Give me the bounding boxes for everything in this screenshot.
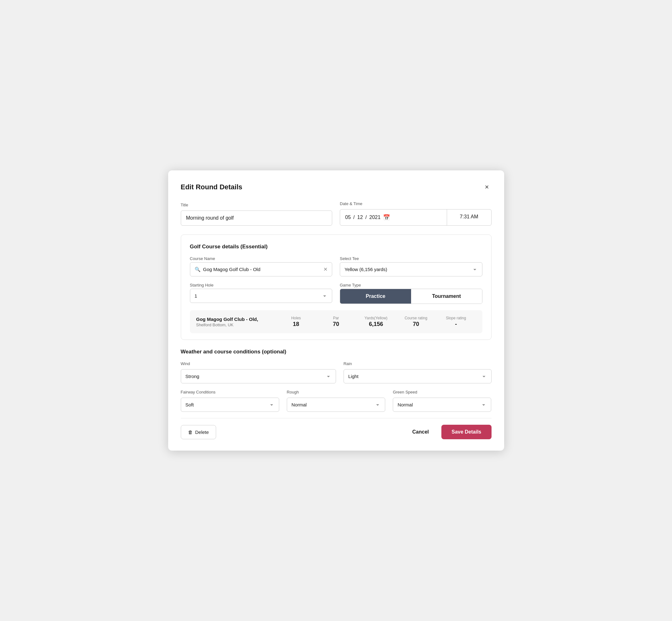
- course-stat-holes: Holes 18: [276, 316, 316, 328]
- par-value: 70: [333, 321, 339, 328]
- date-time-row: 05 / 12 / 2021 📅 7:31 AM: [340, 209, 492, 225]
- fairway-rough-green-row: Fairway Conditions Wet Soft Normal Firm …: [181, 390, 492, 412]
- course-stat-par: Par 70: [316, 316, 356, 328]
- course-name-input[interactable]: [203, 266, 321, 272]
- green-speed-label: Green Speed: [393, 390, 491, 395]
- date-time-field-group: Date & Time 05 / 12 / 2021 📅 7:31 AM: [340, 201, 492, 225]
- rough-col: Rough Short Normal Long: [287, 390, 385, 412]
- title-input[interactable]: [181, 210, 333, 225]
- search-icon: 🔍: [195, 266, 201, 272]
- slope-rating-label: Slope rating: [446, 316, 466, 320]
- modal-header: Edit Round Details ×: [181, 182, 492, 193]
- starting-hole-label: Starting Hole: [190, 283, 333, 287]
- fairway-label: Fairway Conditions: [181, 390, 279, 395]
- modal-title: Edit Round Details: [181, 183, 243, 191]
- course-rating-value: 70: [413, 321, 419, 328]
- rain-label: Rain: [344, 361, 492, 366]
- golf-course-title: Golf Course details (Essential): [190, 244, 482, 250]
- date-sep1: /: [353, 215, 354, 220]
- top-row: Title Date & Time 05 / 12 / 2021 📅 7:31 …: [181, 201, 492, 225]
- holes-value: 18: [293, 321, 299, 328]
- course-info-name-text: Gog Magog Golf Club - Old,: [196, 317, 276, 322]
- course-name-col: Course Name 🔍 ✕: [190, 256, 333, 277]
- date-time-label: Date & Time: [340, 201, 492, 206]
- delete-label: Delete: [195, 429, 209, 435]
- course-info-location: Shelford Bottom, UK: [196, 323, 276, 327]
- time-field[interactable]: 7:31 AM: [447, 210, 491, 225]
- practice-button[interactable]: Practice: [340, 289, 411, 303]
- starting-hole-dropdown[interactable]: 1 2 3: [190, 289, 333, 303]
- edit-round-modal: Edit Round Details × Title Date & Time 0…: [168, 170, 504, 451]
- rough-label: Rough: [287, 390, 385, 395]
- yards-label: Yards(Yellow): [365, 316, 387, 320]
- course-info-name: Gog Magog Golf Club - Old, Shelford Bott…: [196, 317, 276, 327]
- game-type-toggle: Practice Tournament: [340, 289, 482, 304]
- course-rating-label: Course rating: [405, 316, 427, 320]
- game-type-col: Game Type Practice Tournament: [340, 283, 482, 304]
- rough-dropdown[interactable]: Short Normal Long: [287, 398, 385, 412]
- select-tee-dropdown[interactable]: Yellow (6,156 yards) White (6,500 yards)…: [340, 262, 482, 277]
- save-button[interactable]: Save Details: [442, 425, 491, 439]
- course-name-input-wrapper[interactable]: 🔍 ✕: [190, 262, 333, 277]
- title-label: Title: [181, 203, 333, 207]
- game-type-label: Game Type: [340, 283, 482, 287]
- wind-rain-row: Wind Calm Light Moderate Strong Very Str…: [181, 361, 492, 383]
- fairway-dropdown[interactable]: Wet Soft Normal Firm Hard: [181, 398, 279, 412]
- select-tee-col: Select Tee Yellow (6,156 yards) White (6…: [340, 256, 482, 277]
- holes-label: Holes: [291, 316, 301, 320]
- wind-label: Wind: [181, 361, 336, 366]
- fairway-col: Fairway Conditions Wet Soft Normal Firm …: [181, 390, 279, 412]
- date-day: 12: [357, 215, 363, 220]
- course-stat-course-rating: Course rating 70: [396, 316, 436, 328]
- yards-value: 6,156: [369, 321, 383, 328]
- date-month: 05: [345, 215, 351, 220]
- delete-button[interactable]: 🗑 Delete: [181, 425, 216, 439]
- course-info-bar: Gog Magog Golf Club - Old, Shelford Bott…: [190, 310, 482, 333]
- green-speed-col: Green Speed Slow Normal Fast Very Fast: [393, 390, 491, 412]
- close-button[interactable]: ×: [482, 182, 492, 193]
- date-field[interactable]: 05 / 12 / 2021 📅: [340, 210, 447, 225]
- select-tee-label: Select Tee: [340, 256, 482, 261]
- golf-course-section: Golf Course details (Essential) Course N…: [181, 235, 492, 340]
- calendar-icon[interactable]: 📅: [383, 214, 390, 221]
- cancel-button[interactable]: Cancel: [407, 426, 434, 438]
- modal-footer: 🗑 Delete Cancel Save Details: [181, 418, 492, 439]
- course-name-tee-row: Course Name 🔍 ✕ Select Tee Yellow (6,156…: [190, 256, 482, 277]
- wind-dropdown[interactable]: Calm Light Moderate Strong Very Strong: [181, 369, 336, 383]
- tournament-button[interactable]: Tournament: [411, 289, 482, 303]
- course-stat-slope-rating: Slope rating -: [436, 316, 476, 328]
- trash-icon: 🗑: [188, 429, 193, 435]
- par-label: Par: [333, 316, 339, 320]
- clear-course-icon[interactable]: ✕: [323, 266, 328, 272]
- starting-hole-col: Starting Hole 1 2 3: [190, 283, 333, 304]
- weather-section: Weather and course conditions (optional)…: [181, 349, 492, 412]
- title-field-group: Title: [181, 203, 333, 225]
- date-year: 2021: [370, 215, 381, 220]
- hole-gametype-row: Starting Hole 1 2 3 Game Type Practice T…: [190, 283, 482, 304]
- course-stat-yards: Yards(Yellow) 6,156: [356, 316, 396, 328]
- weather-title: Weather and course conditions (optional): [181, 349, 492, 355]
- wind-col: Wind Calm Light Moderate Strong Very Str…: [181, 361, 336, 383]
- rain-col: Rain None Light Moderate Heavy: [344, 361, 492, 383]
- rain-dropdown[interactable]: None Light Moderate Heavy: [344, 369, 492, 383]
- course-name-label: Course Name: [190, 256, 333, 261]
- footer-right: Cancel Save Details: [407, 425, 492, 439]
- date-sep2: /: [365, 215, 367, 220]
- slope-rating-value: -: [455, 321, 457, 328]
- green-speed-dropdown[interactable]: Slow Normal Fast Very Fast: [393, 398, 491, 412]
